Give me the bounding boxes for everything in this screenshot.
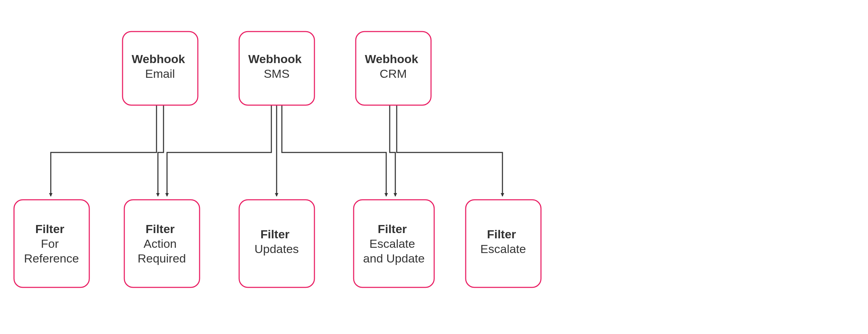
edge-sms-to-action bbox=[167, 105, 271, 196]
node-title: Filter bbox=[146, 222, 175, 236]
node-webhook-sms: Webhook SMS bbox=[239, 32, 314, 105]
edge-crm-to-escalate bbox=[397, 105, 502, 196]
edge-email-to-reference bbox=[51, 105, 157, 196]
node-title: Filter bbox=[35, 222, 64, 236]
node-title: Filter bbox=[378, 222, 407, 236]
node-subtitle-line2: and Update bbox=[363, 252, 425, 265]
node-filter-reference: Filter For Reference bbox=[14, 200, 89, 287]
node-title: Webhook bbox=[132, 52, 185, 66]
node-filter-escalate-update: Filter Escalate and Update bbox=[354, 200, 434, 287]
node-subtitle-line1: Action bbox=[144, 237, 177, 250]
node-subtitle-line2: Reference bbox=[24, 252, 79, 265]
node-title: Webhook bbox=[365, 52, 418, 66]
node-title: Filter bbox=[261, 227, 290, 241]
node-subtitle: SMS bbox=[264, 67, 290, 80]
node-title: Webhook bbox=[248, 52, 301, 66]
node-title: Filter bbox=[487, 227, 516, 241]
node-webhook-crm: Webhook CRM bbox=[356, 32, 431, 105]
node-subtitle: Updates bbox=[255, 242, 299, 255]
node-webhook-email: Webhook Email bbox=[123, 32, 198, 105]
flow-diagram: Webhook Email Webhook SMS Webhook CRM Fi… bbox=[0, 0, 868, 334]
node-subtitle: Email bbox=[145, 67, 175, 80]
node-subtitle-line2: Required bbox=[138, 252, 186, 265]
node-subtitle: CRM bbox=[380, 67, 407, 80]
node-subtitle-line1: For bbox=[41, 237, 59, 250]
edge-email-to-action bbox=[158, 105, 164, 196]
node-filter-updates: Filter Updates bbox=[239, 200, 314, 287]
node-filter-escalate: Filter Escalate bbox=[466, 200, 541, 287]
node-subtitle-line1: Escalate bbox=[369, 237, 415, 250]
edge-sms-to-escalate-update bbox=[282, 105, 386, 196]
node-subtitle: Escalate bbox=[480, 242, 526, 255]
edge-crm-to-escalate-update bbox=[390, 105, 395, 196]
node-filter-action: Filter Action Required bbox=[124, 200, 200, 287]
